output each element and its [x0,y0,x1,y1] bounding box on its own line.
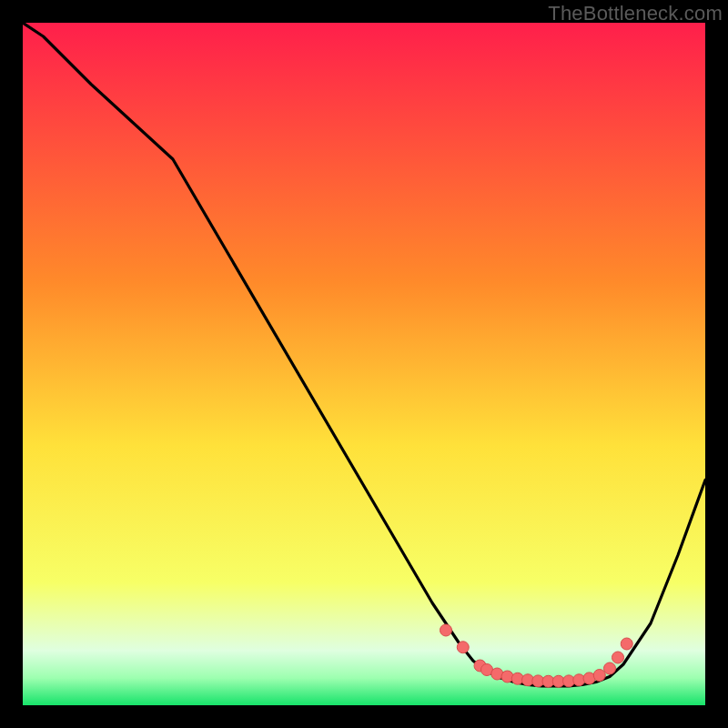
marker-point [457,642,469,653]
bottleneck-chart [23,23,705,705]
marker-point [612,652,624,663]
marker-point [440,624,452,636]
chart-frame [23,23,705,705]
marker-point [593,670,605,682]
marker-point [501,671,513,682]
marker-point [621,638,632,650]
gradient-background [23,23,705,705]
watermark-text: TheBottleneck.com [548,2,723,25]
marker-point [604,662,616,674]
